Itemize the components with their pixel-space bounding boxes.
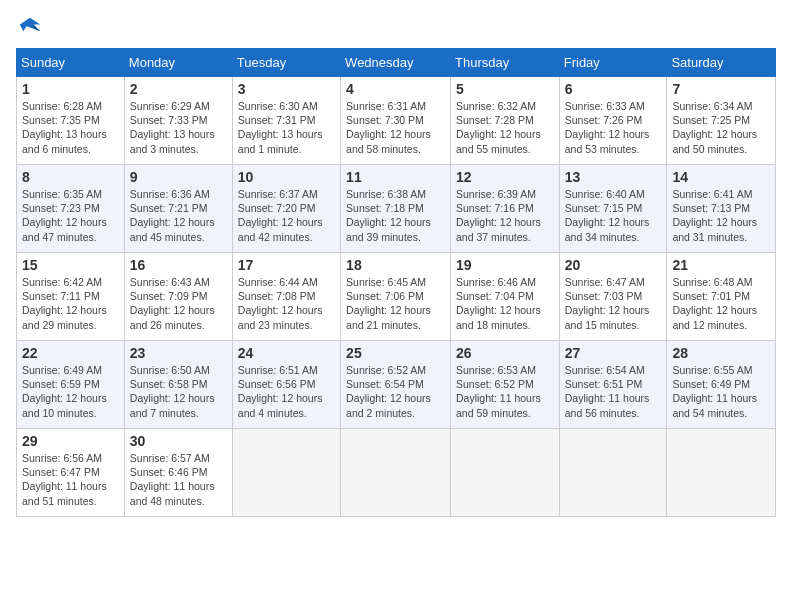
calendar-cell: 22Sunrise: 6:49 AMSunset: 6:59 PMDayligh… [17,341,125,429]
logo [16,16,48,38]
calendar-cell: 21Sunrise: 6:48 AMSunset: 7:01 PMDayligh… [667,253,776,341]
weekday-header-row: SundayMondayTuesdayWednesdayThursdayFrid… [17,49,776,77]
day-detail: Sunrise: 6:33 AMSunset: 7:26 PMDaylight:… [565,99,662,156]
day-number: 19 [456,257,554,273]
calendar-week-row: 22Sunrise: 6:49 AMSunset: 6:59 PMDayligh… [17,341,776,429]
calendar-cell: 2Sunrise: 6:29 AMSunset: 7:33 PMDaylight… [124,77,232,165]
day-detail: Sunrise: 6:37 AMSunset: 7:20 PMDaylight:… [238,187,335,244]
calendar-container: SundayMondayTuesdayWednesdayThursdayFrid… [0,0,792,525]
calendar-cell [559,429,667,517]
calendar-cell: 24Sunrise: 6:51 AMSunset: 6:56 PMDayligh… [232,341,340,429]
day-number: 20 [565,257,662,273]
weekday-header: Thursday [451,49,560,77]
weekday-header: Tuesday [232,49,340,77]
calendar-week-row: 1Sunrise: 6:28 AMSunset: 7:35 PMDaylight… [17,77,776,165]
day-detail: Sunrise: 6:56 AMSunset: 6:47 PMDaylight:… [22,451,119,508]
day-detail: Sunrise: 6:30 AMSunset: 7:31 PMDaylight:… [238,99,335,156]
header [16,16,776,38]
day-detail: Sunrise: 6:44 AMSunset: 7:08 PMDaylight:… [238,275,335,332]
day-number: 25 [346,345,445,361]
day-number: 11 [346,169,445,185]
day-number: 14 [672,169,770,185]
calendar-cell: 12Sunrise: 6:39 AMSunset: 7:16 PMDayligh… [451,165,560,253]
calendar-cell: 19Sunrise: 6:46 AMSunset: 7:04 PMDayligh… [451,253,560,341]
day-detail: Sunrise: 6:42 AMSunset: 7:11 PMDaylight:… [22,275,119,332]
calendar-week-row: 8Sunrise: 6:35 AMSunset: 7:23 PMDaylight… [17,165,776,253]
day-detail: Sunrise: 6:51 AMSunset: 6:56 PMDaylight:… [238,363,335,420]
calendar-cell: 25Sunrise: 6:52 AMSunset: 6:54 PMDayligh… [341,341,451,429]
calendar-cell: 13Sunrise: 6:40 AMSunset: 7:15 PMDayligh… [559,165,667,253]
day-number: 9 [130,169,227,185]
calendar-cell: 7Sunrise: 6:34 AMSunset: 7:25 PMDaylight… [667,77,776,165]
day-detail: Sunrise: 6:40 AMSunset: 7:15 PMDaylight:… [565,187,662,244]
calendar-cell [341,429,451,517]
day-detail: Sunrise: 6:53 AMSunset: 6:52 PMDaylight:… [456,363,554,420]
day-number: 28 [672,345,770,361]
calendar-table: SundayMondayTuesdayWednesdayThursdayFrid… [16,48,776,517]
calendar-cell: 3Sunrise: 6:30 AMSunset: 7:31 PMDaylight… [232,77,340,165]
weekday-header: Wednesday [341,49,451,77]
svg-marker-1 [33,24,40,31]
day-number: 3 [238,81,335,97]
day-detail: Sunrise: 6:36 AMSunset: 7:21 PMDaylight:… [130,187,227,244]
day-detail: Sunrise: 6:41 AMSunset: 7:13 PMDaylight:… [672,187,770,244]
day-number: 7 [672,81,770,97]
day-number: 27 [565,345,662,361]
calendar-cell [232,429,340,517]
calendar-cell: 5Sunrise: 6:32 AMSunset: 7:28 PMDaylight… [451,77,560,165]
day-detail: Sunrise: 6:34 AMSunset: 7:25 PMDaylight:… [672,99,770,156]
calendar-cell: 23Sunrise: 6:50 AMSunset: 6:58 PMDayligh… [124,341,232,429]
calendar-cell: 30Sunrise: 6:57 AMSunset: 6:46 PMDayligh… [124,429,232,517]
day-detail: Sunrise: 6:45 AMSunset: 7:06 PMDaylight:… [346,275,445,332]
day-number: 2 [130,81,227,97]
day-detail: Sunrise: 6:35 AMSunset: 7:23 PMDaylight:… [22,187,119,244]
day-detail: Sunrise: 6:48 AMSunset: 7:01 PMDaylight:… [672,275,770,332]
calendar-cell [451,429,560,517]
day-detail: Sunrise: 6:47 AMSunset: 7:03 PMDaylight:… [565,275,662,332]
day-number: 29 [22,433,119,449]
day-detail: Sunrise: 6:57 AMSunset: 6:46 PMDaylight:… [130,451,227,508]
calendar-cell: 20Sunrise: 6:47 AMSunset: 7:03 PMDayligh… [559,253,667,341]
calendar-week-row: 15Sunrise: 6:42 AMSunset: 7:11 PMDayligh… [17,253,776,341]
day-detail: Sunrise: 6:29 AMSunset: 7:33 PMDaylight:… [130,99,227,156]
day-number: 5 [456,81,554,97]
day-number: 17 [238,257,335,273]
day-number: 23 [130,345,227,361]
calendar-cell: 18Sunrise: 6:45 AMSunset: 7:06 PMDayligh… [341,253,451,341]
day-detail: Sunrise: 6:32 AMSunset: 7:28 PMDaylight:… [456,99,554,156]
weekday-header: Saturday [667,49,776,77]
day-detail: Sunrise: 6:31 AMSunset: 7:30 PMDaylight:… [346,99,445,156]
weekday-header: Monday [124,49,232,77]
day-detail: Sunrise: 6:46 AMSunset: 7:04 PMDaylight:… [456,275,554,332]
calendar-cell [667,429,776,517]
day-number: 30 [130,433,227,449]
day-number: 10 [238,169,335,185]
day-number: 15 [22,257,119,273]
calendar-cell: 6Sunrise: 6:33 AMSunset: 7:26 PMDaylight… [559,77,667,165]
calendar-cell: 29Sunrise: 6:56 AMSunset: 6:47 PMDayligh… [17,429,125,517]
day-detail: Sunrise: 6:39 AMSunset: 7:16 PMDaylight:… [456,187,554,244]
calendar-cell: 28Sunrise: 6:55 AMSunset: 6:49 PMDayligh… [667,341,776,429]
calendar-cell: 8Sunrise: 6:35 AMSunset: 7:23 PMDaylight… [17,165,125,253]
day-detail: Sunrise: 6:54 AMSunset: 6:51 PMDaylight:… [565,363,662,420]
calendar-cell: 11Sunrise: 6:38 AMSunset: 7:18 PMDayligh… [341,165,451,253]
day-detail: Sunrise: 6:43 AMSunset: 7:09 PMDaylight:… [130,275,227,332]
day-detail: Sunrise: 6:55 AMSunset: 6:49 PMDaylight:… [672,363,770,420]
day-number: 24 [238,345,335,361]
day-number: 12 [456,169,554,185]
day-detail: Sunrise: 6:50 AMSunset: 6:58 PMDaylight:… [130,363,227,420]
day-number: 13 [565,169,662,185]
calendar-body: 1Sunrise: 6:28 AMSunset: 7:35 PMDaylight… [17,77,776,517]
calendar-cell: 10Sunrise: 6:37 AMSunset: 7:20 PMDayligh… [232,165,340,253]
calendar-cell: 14Sunrise: 6:41 AMSunset: 7:13 PMDayligh… [667,165,776,253]
day-number: 8 [22,169,119,185]
day-number: 22 [22,345,119,361]
logo-icon [16,16,44,38]
calendar-cell: 15Sunrise: 6:42 AMSunset: 7:11 PMDayligh… [17,253,125,341]
calendar-cell: 4Sunrise: 6:31 AMSunset: 7:30 PMDaylight… [341,77,451,165]
day-detail: Sunrise: 6:38 AMSunset: 7:18 PMDaylight:… [346,187,445,244]
day-number: 18 [346,257,445,273]
calendar-cell: 1Sunrise: 6:28 AMSunset: 7:35 PMDaylight… [17,77,125,165]
weekday-header: Friday [559,49,667,77]
day-number: 1 [22,81,119,97]
